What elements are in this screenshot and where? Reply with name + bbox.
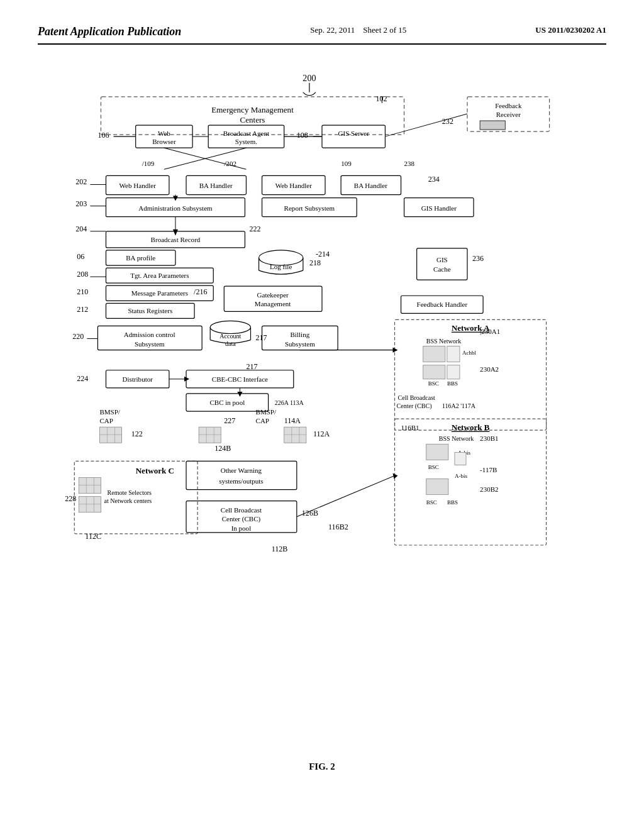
svg-text:System.: System.	[235, 138, 257, 145]
svg-text:200: 200	[303, 73, 316, 83]
svg-rect-176	[186, 461, 297, 489]
svg-text:217: 217	[256, 333, 267, 342]
svg-rect-102	[395, 319, 547, 430]
svg-text:112A: 112A	[313, 429, 330, 438]
svg-text:227: 227	[224, 416, 235, 425]
svg-text:Network C: Network C	[136, 466, 174, 475]
svg-text:Cache: Cache	[433, 265, 451, 273]
svg-text:/216: /216	[194, 287, 207, 296]
svg-text:109: 109	[341, 160, 352, 167]
svg-text:Broadcast Agent: Broadcast Agent	[223, 130, 269, 137]
svg-rect-169	[79, 497, 101, 512]
svg-text:Distributor: Distributor	[122, 375, 153, 383]
svg-text:Web Handler: Web Handler	[119, 182, 157, 189]
svg-text:BSS Network: BSS Network	[439, 435, 474, 442]
svg-text:Center (CBC): Center (CBC)	[397, 402, 432, 410]
svg-text:/202: /202	[224, 160, 236, 167]
svg-text:In pool: In pool	[231, 524, 252, 532]
svg-text:BSC: BSC	[426, 499, 437, 506]
svg-text:210: 210	[77, 287, 88, 296]
svg-text:CAP: CAP	[99, 417, 113, 424]
svg-text:203: 203	[75, 199, 87, 208]
sheet-info: Sheet 2 of 15	[363, 25, 406, 35]
svg-text:BSC: BSC	[428, 464, 439, 470]
svg-text:112C: 112C	[85, 532, 101, 541]
svg-text:CAP: CAP	[256, 417, 269, 424]
patent-diagram: 200 Emergency Management Centers 102 Web…	[38, 57, 606, 749]
page-header: Patent Application Publication Sep. 22, …	[38, 25, 606, 45]
figure-label: FIG. 2	[38, 761, 606, 772]
svg-text:A-bis: A-bis	[455, 473, 468, 479]
svg-text:Centers: Centers	[240, 115, 265, 124]
diagram-area: 200 Emergency Management Centers 102 Web…	[38, 57, 606, 749]
svg-text:GIS: GIS	[436, 256, 448, 263]
svg-text:Report Subsystem: Report Subsystem	[284, 204, 335, 212]
svg-rect-154	[455, 452, 466, 465]
svg-marker-193	[392, 473, 397, 479]
svg-rect-165	[79, 478, 101, 494]
svg-text:Feedback Handler: Feedback Handler	[417, 301, 468, 308]
svg-text:Cell Broadcast: Cell Broadcast	[398, 394, 436, 401]
publication-title: Patent Application Publication	[38, 25, 181, 38]
svg-text:BMSP/: BMSP/	[256, 408, 277, 416]
svg-text:Emergency Management: Emergency Management	[211, 105, 294, 114]
svg-text:226A 113A: 226A 113A	[275, 399, 304, 406]
svg-text:BSC: BSC	[428, 380, 439, 387]
svg-text:Administration Subsystem: Administration Subsystem	[138, 204, 213, 212]
svg-text:Receiver: Receiver	[496, 111, 521, 118]
svg-rect-106	[447, 346, 460, 362]
svg-text:Gatekeeper: Gatekeeper	[257, 291, 289, 299]
svg-text:Billing: Billing	[291, 331, 310, 338]
svg-text:BBS: BBS	[447, 499, 458, 506]
svg-text:Tgt. Area Parameters: Tgt. Area Parameters	[130, 272, 189, 279]
svg-text:06: 06	[77, 252, 84, 261]
svg-text:220: 220	[72, 332, 84, 341]
svg-text:BA Handler: BA Handler	[354, 182, 387, 189]
svg-text:Other Warning: Other Warning	[221, 467, 262, 474]
svg-text:116A2 '117A: 116A2 '117A	[442, 402, 476, 409]
svg-text:Status Registers: Status Registers	[128, 307, 172, 314]
svg-text:Network B: Network B	[452, 423, 490, 432]
svg-point-88	[210, 321, 250, 333]
svg-rect-137	[199, 427, 221, 443]
svg-text:230B1: 230B1	[480, 434, 498, 442]
svg-text:114A: 114A	[284, 416, 301, 425]
svg-rect-108	[423, 365, 445, 379]
svg-text:Account: Account	[219, 333, 241, 340]
svg-text:BA profile: BA profile	[126, 254, 155, 262]
svg-text:122: 122	[131, 429, 143, 438]
svg-rect-22	[480, 121, 505, 130]
svg-text:|230A1: |230A1	[480, 328, 500, 335]
svg-text:Message Parameters: Message Parameters	[131, 289, 188, 297]
svg-text:CBC in pool: CBC in pool	[209, 399, 245, 406]
svg-text:Cell Broadcast: Cell Broadcast	[221, 506, 262, 514]
svg-text:Web Handler: Web Handler	[275, 182, 313, 189]
svg-text:204: 204	[75, 224, 87, 233]
svg-marker-189	[237, 392, 242, 397]
svg-text:GIS Server: GIS Server	[338, 130, 370, 137]
svg-text:106: 106	[97, 131, 109, 140]
svg-text:Browser: Browser	[152, 138, 176, 145]
svg-text:116B2: 116B2	[328, 523, 348, 531]
svg-text:BA Handler: BA Handler	[199, 182, 233, 189]
svg-rect-132	[99, 427, 121, 443]
svg-text:Feedback: Feedback	[495, 102, 522, 109]
svg-text:Admission control: Admission control	[124, 331, 175, 338]
svg-text:202: 202	[75, 177, 87, 186]
svg-text:212: 212	[77, 305, 88, 314]
svg-text:data: data	[225, 340, 236, 347]
svg-text:Achbl: Achbl	[462, 350, 477, 356]
svg-line-26	[385, 114, 467, 136]
svg-text:CBE-CBC Interface: CBE-CBC Interface	[212, 375, 268, 383]
svg-rect-78	[417, 248, 467, 280]
svg-text:218: 218	[309, 258, 321, 267]
svg-text:217: 217	[246, 362, 257, 371]
svg-text:230B2: 230B2	[480, 485, 498, 493]
svg-text:208: 208	[77, 270, 88, 279]
svg-text:Subsystem: Subsystem	[135, 340, 165, 348]
svg-text:/109: /109	[142, 160, 155, 167]
svg-text:Log file: Log file	[270, 263, 292, 270]
svg-text:116B1: 116B1	[401, 424, 419, 431]
svg-text:234: 234	[428, 175, 440, 184]
svg-text:Broadcast Record: Broadcast Record	[151, 236, 201, 243]
